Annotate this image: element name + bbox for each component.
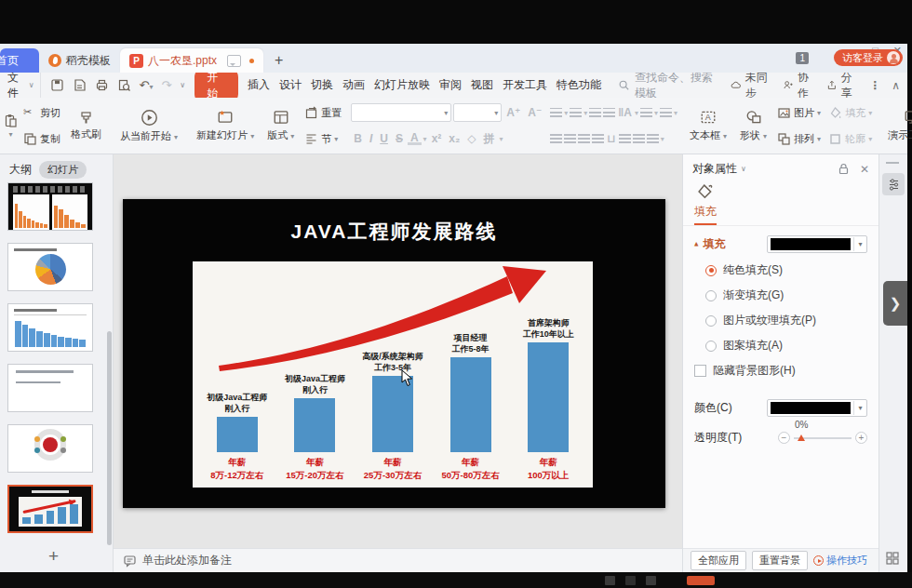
section-collapse-icon[interactable]: ▾ <box>694 240 699 249</box>
text-direction-icon[interactable] <box>660 108 672 117</box>
underline-button[interactable]: U <box>377 132 391 145</box>
redo-button[interactable]: ↷ <box>161 78 171 92</box>
reset-button[interactable]: 重置 <box>301 105 345 121</box>
justify-icon[interactable] <box>592 134 604 143</box>
outline-button[interactable]: 轮廓▾ <box>825 131 876 147</box>
font-size-select[interactable]: ▾ <box>453 103 502 122</box>
columns-icon[interactable] <box>640 108 652 117</box>
align-right-icon[interactable] <box>578 134 590 143</box>
print-preview-icon[interactable] <box>117 78 131 92</box>
slide-thumbnail-3[interactable] <box>7 303 93 352</box>
option-picture-fill[interactable]: 图片或纹理填充(P) <box>705 313 867 328</box>
distribute-icon[interactable]: ⊔ <box>606 132 617 145</box>
bullet-list-icon[interactable] <box>550 108 562 117</box>
tab-outline[interactable]: 大纲 <box>9 162 32 178</box>
line-spacing-icon[interactable]: ‖A <box>617 106 633 119</box>
align-left-icon[interactable] <box>550 134 562 143</box>
clear-format-icon[interactable]: ◇ <box>464 132 478 145</box>
fill-tab[interactable]: 填充 <box>694 182 717 225</box>
slide-thumbnail-5[interactable] <box>7 424 93 473</box>
editing-canvas[interactable]: JAVA工程师发展路线 初级Java工程师刚入行 年薪8万-12万左右 <box>114 154 682 548</box>
format-painter-button[interactable]: 格式刷 <box>64 100 108 152</box>
picture-button[interactable]: 图片▾ <box>773 105 825 121</box>
subscript-button[interactable]: x₂ <box>446 132 463 145</box>
textbox-button[interactable]: A 文本框 ▾ <box>683 100 733 152</box>
shapes-button[interactable]: 形状 ▾ <box>733 100 773 152</box>
option-solid-fill[interactable]: 纯色填充(S) <box>705 262 867 278</box>
font-color-button[interactable]: A <box>408 133 422 145</box>
slide[interactable]: JAVA工程师发展路线 初级Java工程师刚入行 年薪8万-12万左右 <box>123 199 665 508</box>
color-dropdown[interactable]: ▾ <box>767 399 867 417</box>
properties-launcher-button[interactable] <box>882 173 905 195</box>
command-search[interactable]: 查找命令、搜索模板 <box>618 70 721 101</box>
align-middle-icon[interactable] <box>633 134 645 143</box>
hide-background-checkbox[interactable]: 隐藏背景图形(H) <box>694 363 867 379</box>
collapse-ribbon-icon[interactable]: ∧ <box>892 79 900 92</box>
slider-thumb[interactable] <box>798 434 805 441</box>
print-icon[interactable] <box>95 78 109 92</box>
grid-view-icon[interactable] <box>886 552 899 565</box>
slide-thumbnail-2[interactable] <box>7 243 93 291</box>
option-pattern-fill[interactable]: 图案填充(A) <box>705 338 867 354</box>
sync-status[interactable]: 未同步 <box>731 70 771 101</box>
layout-button[interactable]: 版式 ▾ <box>261 100 301 152</box>
menu-view[interactable]: 视图 <box>471 77 493 93</box>
transparency-slider[interactable]: 0% − + <box>778 432 867 444</box>
panel-title-dropdown-icon[interactable]: ∨ <box>741 165 746 173</box>
menu-transition[interactable]: 切换 <box>311 77 333 93</box>
output-icon[interactable] <box>73 78 87 92</box>
slide-thumbnail-6-selected[interactable] <box>7 485 93 533</box>
tab-home[interactable]: 首页 <box>0 48 39 73</box>
menu-special-features[interactable]: 特色功能 <box>557 77 601 93</box>
slider-plus-button[interactable]: + <box>855 432 867 444</box>
decrease-indent-icon[interactable] <box>589 108 601 117</box>
career-chart-image[interactable]: 初级Java工程师刚入行 年薪8万-12万左右 初级Java工程师刚入行 年薪1… <box>193 261 593 488</box>
slider-minus-button[interactable]: − <box>778 432 790 444</box>
new-tab-button[interactable]: + <box>263 48 294 73</box>
panel-close-icon[interactable]: ✕ <box>860 163 869 176</box>
guest-login-button[interactable]: 访客登录 <box>834 49 903 66</box>
menu-insert[interactable]: 插入 <box>248 77 270 93</box>
cut-button[interactable]: ✂剪切 <box>20 105 64 121</box>
new-slide-button[interactable]: 新建幻灯片 ▾ <box>190 100 261 152</box>
save-icon[interactable] <box>50 78 64 92</box>
copy-button[interactable]: 复制 <box>20 131 64 147</box>
collaborate-button[interactable]: 协作 <box>783 70 815 101</box>
option-gradient-fill[interactable]: 渐变填充(G) <box>705 287 867 303</box>
notes-bar[interactable]: 单击此处添加备注 <box>114 548 682 572</box>
superscript-button[interactable]: x² <box>429 132 445 145</box>
comment-icon[interactable] <box>227 55 241 67</box>
paste-button[interactable]: ▾ <box>2 100 20 152</box>
tab-document[interactable]: P 八一农垦.pptx <box>120 48 263 73</box>
slide-thumbnail-1[interactable] <box>7 182 93 231</box>
menu-slideshow[interactable]: 幻灯片放映 <box>374 77 430 93</box>
tab-docer-templates[interactable]: 稻壳模板 <box>39 48 120 73</box>
add-slide-button[interactable]: + <box>0 546 107 567</box>
apply-all-button[interactable]: 全部应用 <box>691 551 746 570</box>
menu-design[interactable]: 设计 <box>279 77 302 93</box>
align-center-icon[interactable] <box>564 134 576 143</box>
more-menu-icon[interactable]: ⋮ <box>869 79 880 92</box>
fill-button[interactable]: 填充▾ <box>825 105 876 121</box>
menu-animation[interactable]: 动画 <box>342 77 365 93</box>
panel-expander-button[interactable]: ❯ <box>883 281 907 326</box>
align-bottom-icon[interactable] <box>647 134 659 143</box>
italic-button[interactable]: I <box>367 132 375 145</box>
bold-button[interactable]: B <box>351 132 365 145</box>
section-button[interactable]: 节▾ <box>301 131 345 147</box>
pin-lock-icon[interactable] <box>837 162 851 176</box>
menu-devtools[interactable]: 开发工具 <box>503 77 547 93</box>
sidebar-scrollbar[interactable] <box>107 331 112 545</box>
play-from-current-button[interactable]: 从当前开始 ▾ <box>114 100 184 152</box>
menu-review[interactable]: 审阅 <box>439 77 462 93</box>
share-button[interactable]: 分享 <box>826 70 859 101</box>
menu-file[interactable]: 文件∨ <box>7 70 41 101</box>
increase-indent-icon[interactable] <box>603 108 615 117</box>
strikethrough-button[interactable]: S <box>393 132 406 145</box>
fill-color-dropdown[interactable]: ▾ <box>767 235 867 253</box>
tips-link[interactable]: 操作技巧 <box>813 554 867 568</box>
grow-font-icon[interactable]: A⁺ <box>503 106 523 119</box>
undo-button[interactable]: ↶▾ <box>140 78 154 92</box>
arrange-button[interactable]: 排列▾ <box>773 131 825 147</box>
numbered-list-icon[interactable] <box>570 108 582 117</box>
